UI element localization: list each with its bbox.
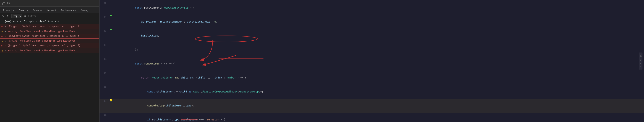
tab-console[interactable]: Console [16,8,30,13]
line-num-38: 38 [100,113,109,117]
tab-performance[interactable]: Performance [59,8,78,13]
expand-triangle-6[interactable]: ▶ [5,50,6,52]
console-msg-hmr: [HMR] Waiting for update signal from WDS… [0,19,99,24]
devtools-toolbar [0,0,99,7]
warning-icon-1: ⊗ [2,30,3,33]
line-content-32: handleClick, [113,29,644,43]
code-line-35: 35 return React.Children.map(children, (… [100,71,644,85]
code-line-31: 31 activeItem: activeItemIndex ? activeI… [100,15,644,29]
hmr-text: [HMR] Waiting for update signal from WDS… [5,20,63,23]
line-content-36: const childElement = child as React.Func… [113,85,644,99]
line-content-34: const renderItem = () => { [113,57,644,71]
code-line-32: 32 handleClick, [100,29,644,43]
code-area: 30 const passContext: menuContextProps =… [100,0,644,122]
code-line-33: 33 }; [100,43,644,57]
devtools-panel: Elements Console Sources Network Perform… [0,0,100,122]
line-indicator-37: 💡 [109,99,113,102]
console-msg-error-1[interactable]: ⊗ ▶ {$$typeof: Symbol(react.memo), compa… [0,24,99,29]
warning-text-3: warning: MenuItem is not a MenuItem type… [8,49,75,52]
context-selector[interactable]: top [11,14,22,18]
clear-console-button[interactable] [1,14,5,18]
warning-icon-3: ⊗ [2,49,3,53]
tab-memory[interactable]: Memory [78,8,91,13]
svg-rect-4 [9,3,10,4]
console-msg-error-2[interactable]: ⊗ ▶ {$$typeof: Symbol(react.memo), compa… [0,34,99,38]
warning-icon-2: ⊗ [2,39,3,43]
console-msg-error-3[interactable]: ⊗ ▶ {$$typeof: Symbol(react.memo), compa… [0,43,99,48]
line-content-37: console.log(childElement.type); [113,99,644,113]
show-live-expression-button[interactable] [6,14,10,18]
code-line-34: 34 const renderItem = () => { [100,57,644,71]
code-line-36: 36 const childElement = child as React.F… [100,85,644,99]
console-toolbar: top [0,13,99,19]
warning-text-2: warning: MenuItem is not a MenuItem type… [8,39,75,42]
code-line-38: 38 if (childElement.type.displayName ===… [100,113,644,122]
line-num-31: 31 [100,15,109,19]
expand-triangle-3[interactable]: ▶ [5,35,6,37]
code-line-37: 37 💡 console.log(childElement.type); [100,99,644,113]
devtools-tabs: Elements Console Sources Network Perform… [0,7,99,13]
inspect-element-button[interactable] [1,1,6,5]
console-msg-warning-2[interactable]: ⊗ ▶ warning: MenuItem is not a MenuItem … [0,38,99,43]
console-messages: [HMR] Waiting for update signal from WDS… [0,19,99,122]
device-toolbar-button[interactable] [6,1,10,5]
tab-elements[interactable]: Elements [1,8,16,13]
svg-point-9 [25,16,26,16]
structure-tab[interactable]: Structure [639,53,643,69]
console-msg-warning-3[interactable]: ⊗ ▶ warning: MenuItem is not a MenuItem … [0,48,99,53]
line-content-35: return React.Children.map(children, (chi… [113,71,644,85]
svg-rect-2 [2,3,3,4]
line-indicator-32 [109,29,113,30]
line-content-33: }; [113,43,644,57]
code-line-30: 30 const passContext: menuContextProps =… [100,1,644,15]
line-content-31: activeItem: activeItemIndex ? activeItem… [113,15,644,29]
svg-point-8 [7,15,9,17]
error-text-3: {$$typeof: Symbol(react.memo), compare: … [8,44,80,47]
line-num-35: 35 [100,71,109,75]
line-content-38: if (childElement.type.displayName === 'm… [113,113,644,122]
expand-triangle-5[interactable]: ▶ [5,45,6,47]
console-msg-warning-1[interactable]: ⊗ ▶ warning: MenuItem is not a MenuItem … [0,29,99,34]
svg-rect-0 [2,2,3,3]
tab-network[interactable]: Network [44,8,58,13]
line-num-37: 37 [100,99,109,103]
line-num-36: 36 [100,85,109,89]
line-num-34: 34 [100,57,109,61]
expand-triangle-2[interactable]: ▶ [5,31,6,32]
eye-icon[interactable] [23,14,27,18]
error-icon-3: ⊗ [1,44,2,48]
line-content-30: const passContext: menuContextProps = { [113,1,644,15]
line-num-33: 33 [100,43,109,47]
error-icon-2: ⊗ [1,35,2,38]
warning-text-1: warning: MenuItem is not a MenuItem type… [8,30,75,33]
tab-sources[interactable]: Sources [30,8,44,13]
code-wrapper: 30 const passContext: menuContextProps =… [100,0,644,122]
filter-input[interactable] [28,15,98,17]
svg-rect-1 [4,2,4,3]
error-icon: ⊗ [1,25,2,28]
error-text-1: {$$typeof: Symbol(react.memo), compare: … [8,25,80,28]
editor-panel: 30 const passContext: menuContextProps =… [100,0,644,122]
line-num-32: 32 [100,29,109,33]
expand-triangle[interactable]: ▶ [5,25,6,27]
expand-triangle-4[interactable]: ▶ [5,40,6,42]
svg-line-7 [2,15,4,17]
line-num-30: 30 [100,1,109,5]
error-text-2: {$$typeof: Symbol(react.memo), compare: … [8,35,80,37]
line-indicator-31 [109,15,113,16]
